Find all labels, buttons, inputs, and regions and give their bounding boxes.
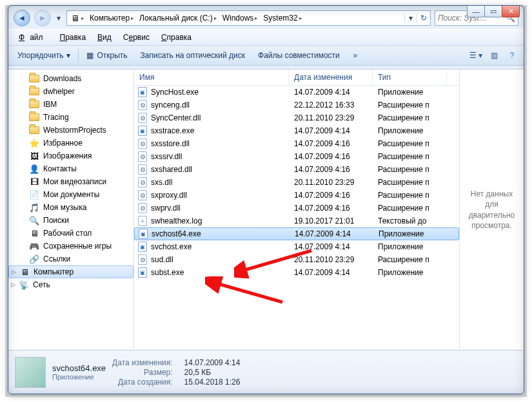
file-name: svchost64.exe [152,229,201,238]
file-type: Расширение п [373,255,447,264]
menu-view[interactable]: Вид [92,31,117,44]
explorer-window: — ▭ ✕ ◄ ► ▾ 🖥▸ Компьютер ▸ Локальный дис… [8,5,524,394]
column-date[interactable]: Дата изменения [289,70,373,85]
tree-item[interactable]: 🖥Рабочий стол [8,227,133,240]
file-name: sxproxy.dll [151,191,187,200]
tree-item[interactable]: Tracing [8,111,133,124]
network-icon: 📡 [19,280,29,290]
column-name[interactable]: Имя [134,70,289,85]
tree-item-label: Изображения [43,151,92,160]
back-button[interactable]: ◄ [14,10,30,26]
file-row[interactable]: sxssrv.dll14.07.2009 4:16Расширение п [134,150,459,163]
tree-item[interactable]: 📄Мои документы [8,188,133,201]
navigation-tree[interactable]: DownloadsdwhelperIBMTracingWebstormProje… [8,70,134,350]
window-controls: — ▭ ✕ [467,6,520,17]
close-button[interactable]: ✕ [502,6,520,17]
tree-root-network[interactable]: ▷📡Сеть [8,278,133,291]
folder-icon [29,125,39,135]
breadcrumb-computer[interactable]: Компьютер ▸ [87,14,137,23]
file-row[interactable]: sxstrace.exe14.07.2009 4:14Приложение [134,124,459,137]
app-icon [138,267,147,278]
tree-item-label: Контакты [43,164,77,173]
search-icon: 🔍 [29,215,39,225]
forward-button[interactable]: ► [34,10,51,26]
address-bar[interactable]: 🖥▸ Компьютер ▸ Локальный диск (C:) ▸ Win… [66,10,431,26]
tree-item[interactable]: 🎵Моя музыка [8,201,133,214]
organize-button[interactable]: Упорядочить ▾ [12,49,75,62]
file-row[interactable]: synceng.dll22.12.2012 16:33Расширение п [134,99,459,111]
file-row[interactable]: SyncHost.exe14.07.2009 4:14Приложение [134,86,459,99]
tree-item[interactable]: 🔍Поиски [8,214,133,227]
menu-file[interactable]: Файл [14,31,54,44]
file-row[interactable]: sxsstore.dll14.07.2009 4:16Расширение п [134,137,459,150]
tree-item[interactable]: dwhelper [8,85,133,98]
preview-pane-toggle[interactable]: ▥ [486,48,502,62]
file-type: Приложение [373,268,447,277]
menu-edit[interactable]: Правка [55,31,92,44]
menu-bar: Файл Правка Вид Сервис Справка [8,29,524,46]
minimize-button[interactable]: — [467,6,485,17]
file-row[interactable]: sxs.dll20.11.2010 23:29Расширение п [134,176,459,189]
refresh-button[interactable]: ↻ [416,14,430,23]
file-name: sxsstore.dll [151,139,190,148]
computer-icon: 🖥 [19,267,30,277]
breadcrumb-drive[interactable]: Локальный диск (C:) ▸ [137,14,220,23]
menu-help[interactable]: Справка [156,31,197,44]
tree-item-label: dwhelper [43,87,75,96]
file-date: 20.11.2010 23:29 [289,178,373,187]
file-date: 14.07.2009 4:16 [289,204,373,213]
burn-button[interactable]: Записать на оптический диск [135,49,251,62]
tree-item[interactable]: Downloads [8,72,133,85]
history-dropdown[interactable]: ▾ [55,11,63,25]
tree-item[interactable]: WebstormProjects [8,124,133,137]
preview-pane: Нет данных для дварительно просмотра. [459,70,524,350]
file-row[interactable]: svchost64.exe14.07.2009 4:14Приложение [134,227,459,240]
file-row[interactable]: swprv.dll14.07.2009 4:16Расширение п [134,202,459,215]
videos-icon: 🎞 [29,177,39,187]
file-row[interactable]: sxproxy.dll14.07.2009 4:16Расширение п [134,189,459,202]
tree-item[interactable]: 👤Контакты [8,162,133,175]
file-row[interactable]: svchost.exe14.07.2009 4:14Приложение [134,240,459,253]
maximize-button[interactable]: ▭ [484,6,502,17]
contacts-icon: 👤 [29,164,39,174]
expander-icon[interactable]: ▷ [10,269,17,275]
games-icon: 🎮 [29,241,39,251]
open-button[interactable]: ▦Открыть [81,49,132,62]
file-row[interactable]: SyncCenter.dll20.11.2010 23:29Расширение… [134,111,459,124]
tree-item-label: Мои документы [43,190,99,199]
tree-item[interactable]: 🎮Сохраненные игры [8,240,133,253]
address-history-dropdown[interactable]: ▾ [404,14,416,23]
file-row[interactable]: sud.dll20.11.2010 23:29Расширение п [134,253,459,266]
file-list[interactable]: Имя Дата изменения Тип SyncHost.exe14.07… [134,70,459,350]
tree-item-label: IBM [43,100,57,109]
file-type: Расширение п [373,139,447,148]
file-row[interactable]: sxshared.dll14.07.2009 4:16Расширение п [134,163,459,176]
expander-icon[interactable]: ▷ [10,282,16,288]
tree-item[interactable]: 🖼Изображения [8,149,133,162]
column-type[interactable]: Тип [373,70,447,85]
file-type: Расширение п [373,178,447,187]
compat-button[interactable]: Файлы совместимости [253,49,345,62]
details-filename: svchost64.exe [52,363,106,373]
file-row[interactable]: swhealthex.log19.10.2017 21:01Текстовый … [134,215,459,227]
view-options[interactable]: ☰ ▾ [468,48,484,62]
breadcrumb-system32[interactable]: System32 ▸ [261,14,304,23]
dll-icon [138,100,147,110]
file-name: sxstrace.exe [151,126,194,135]
help-button[interactable]: ? [504,48,520,62]
tree-item-label: Tracing [43,113,69,122]
tree-root-computer[interactable]: ▷🖥Компьютер [8,265,133,278]
tree-item[interactable]: ⭐Избранное [8,137,133,149]
menu-tools[interactable]: Сервис [118,31,155,44]
tree-item[interactable]: 🎞Мои видеозаписи [8,175,133,188]
tree-item-label: Рабочий стол [43,229,92,238]
tree-item-label: Мои видеозаписи [43,177,106,186]
nav-row: ◄ ► ▾ 🖥▸ Компьютер ▸ Локальный диск (C:)… [8,6,524,29]
file-row[interactable]: subst.exe14.07.2009 4:14Приложение [134,266,459,279]
tree-item[interactable]: IBM [8,98,133,111]
more-commands[interactable]: » [348,48,363,62]
tree-item[interactable]: 🔗Ссылки [8,253,133,265]
breadcrumb-root[interactable]: 🖥▸ [67,13,87,23]
tree-item-label: Ссылки [43,254,70,263]
breadcrumb-windows[interactable]: Windows ▸ [220,14,261,23]
